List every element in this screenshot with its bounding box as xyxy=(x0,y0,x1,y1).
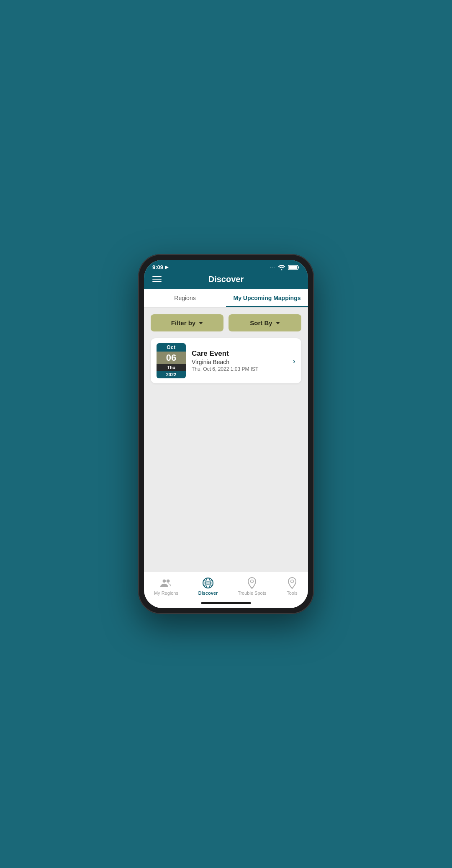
status-left: 9:09 ▶ xyxy=(152,264,168,270)
sort-by-button[interactable]: Sort By xyxy=(229,314,301,331)
cal-month: Oct xyxy=(157,343,186,352)
nav-tools-label: Tools xyxy=(287,591,298,596)
status-right: ··· xyxy=(270,265,300,270)
phone-frame: 9:09 ▶ ··· xyxy=(138,254,314,614)
cal-dow: Thu xyxy=(157,364,186,371)
nav-trouble-spots[interactable]: Trouble Spots xyxy=(234,576,270,596)
status-bar: 9:09 ▶ ··· xyxy=(144,260,308,273)
trouble-spots-icon xyxy=(246,577,258,589)
phone-screen: 9:09 ▶ ··· xyxy=(144,260,308,608)
menu-button[interactable] xyxy=(152,276,162,282)
battery-icon xyxy=(288,265,300,270)
bottom-nav: My Regions Discover xyxy=(144,572,308,600)
sort-label: Sort By xyxy=(250,319,272,326)
svg-rect-1 xyxy=(298,266,300,268)
tab-upcoming-mappings[interactable]: My Upcoming Mappings xyxy=(226,289,308,307)
content-area: Filter by Sort By Oct 06 Thu 2022 Care E… xyxy=(144,308,308,572)
tabs-bar: Regions My Upcoming Mappings xyxy=(144,289,308,308)
event-title: Care Event xyxy=(192,349,287,358)
app-header: Discover xyxy=(144,273,308,289)
page-title: Discover xyxy=(208,275,244,284)
svg-rect-2 xyxy=(289,266,297,269)
nav-my-regions[interactable]: My Regions xyxy=(150,576,182,596)
location-icon: ▶ xyxy=(165,265,168,270)
signal-dots-icon: ··· xyxy=(270,265,275,270)
svg-point-3 xyxy=(163,580,166,583)
nav-trouble-spots-label: Trouble Spots xyxy=(238,591,266,596)
event-card[interactable]: Oct 06 Thu 2022 Care Event Virginia Beac… xyxy=(151,338,301,383)
home-indicator xyxy=(144,600,308,608)
event-arrow-icon: › xyxy=(293,356,295,366)
svg-point-8 xyxy=(251,580,254,583)
nav-discover-label: Discover xyxy=(198,591,218,596)
nav-discover[interactable]: Discover xyxy=(194,576,222,596)
time-display: 9:09 xyxy=(152,264,163,270)
my-regions-icon xyxy=(160,577,172,589)
filter-by-button[interactable]: Filter by xyxy=(151,314,223,331)
cal-day: 06 xyxy=(157,352,186,364)
svg-point-9 xyxy=(291,580,294,583)
wifi-icon xyxy=(278,265,285,270)
filter-label: Filter by xyxy=(171,319,195,326)
filter-sort-row: Filter by Sort By xyxy=(151,314,301,331)
event-location: Virginia Beach xyxy=(192,359,287,365)
svg-point-4 xyxy=(167,580,170,583)
filter-chevron-icon xyxy=(199,322,203,324)
nav-my-regions-label: My Regions xyxy=(154,591,178,596)
event-info: Care Event Virginia Beach Thu, Oct 6, 20… xyxy=(192,349,287,372)
event-datetime: Thu, Oct 6, 2022 1:03 PM IST xyxy=(192,366,287,372)
tab-regions[interactable]: Regions xyxy=(144,289,226,307)
home-bar xyxy=(201,602,251,604)
nav-tools[interactable]: Tools xyxy=(282,576,302,596)
cal-year: 2022 xyxy=(157,371,186,378)
discover-globe-icon xyxy=(202,577,214,589)
sort-chevron-icon xyxy=(276,322,280,324)
tools-icon xyxy=(286,577,298,589)
calendar-block: Oct 06 Thu 2022 xyxy=(157,343,186,378)
